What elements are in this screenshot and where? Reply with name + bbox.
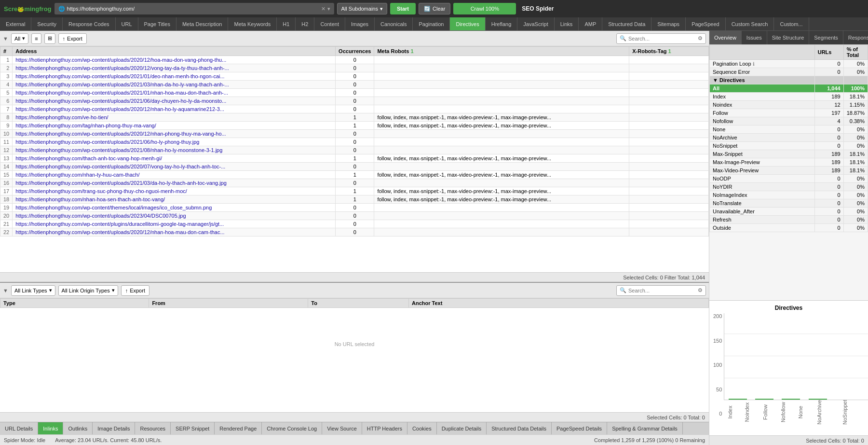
- bottom-export-button[interactable]: ↑ Export: [121, 285, 149, 296]
- nav-tab-pagination[interactable]: Pagination: [413, 17, 450, 30]
- overview-row[interactable]: Noindex 12 1.15%: [710, 101, 868, 109]
- table-row[interactable]: 16 https://hotienphongthuy.com/wp-conten…: [0, 179, 709, 187]
- overview-row[interactable]: NoSnippet 0 0%: [710, 142, 868, 150]
- overview-row[interactable]: NoYDIR 0 0%: [710, 183, 868, 191]
- table-row[interactable]: 12 https://hotienphongthuy.com/wp-conten…: [0, 146, 709, 154]
- footer-tab-cookies[interactable]: Cookies: [407, 422, 437, 434]
- view-list-icon[interactable]: ≡: [31, 33, 41, 44]
- footer-tab-structured-data-details[interactable]: Structured Data Details: [487, 422, 552, 434]
- nav-tab-external[interactable]: External: [0, 17, 31, 30]
- nav-tab-links[interactable]: Links: [555, 17, 579, 30]
- table-row[interactable]: 4 https://hotienphongthuy.com/wp-content…: [0, 81, 709, 89]
- clear-button[interactable]: 🔄 Clear: [419, 3, 450, 14]
- table-row[interactable]: 17 https://hotienphongthuy.com/trang-suc…: [0, 187, 709, 195]
- table-row[interactable]: 22 https://hotienphongthuy.com/wp-conten…: [0, 228, 709, 236]
- link-types-dropdown[interactable]: All Link Types ▾: [11, 285, 55, 296]
- nav-tab-javascript[interactable]: JavaScript: [517, 17, 554, 30]
- overview-row[interactable]: Max-Image-Preview 189 18.1%: [710, 158, 868, 167]
- nav-tab-custom...[interactable]: Custom...: [774, 17, 809, 30]
- nav-tab-custom-search[interactable]: Custom Search: [726, 17, 774, 30]
- footer-tab-duplicate-details[interactable]: Duplicate Details: [437, 422, 487, 434]
- overview-row[interactable]: NoImageIndex 0 0%: [710, 191, 868, 199]
- nav-tab-url[interactable]: URL: [116, 17, 138, 30]
- nav-tab-meta-description[interactable]: Meta Description: [176, 17, 229, 30]
- overview-row[interactable]: Sequence Error 0 0%: [710, 68, 868, 76]
- footer-tab-pagespeed-details[interactable]: PageSpeed Details: [552, 422, 607, 434]
- table-row[interactable]: 3 https://hotienphongthuy.com/wp-content…: [0, 72, 709, 81]
- overview-row[interactable]: Unavailable_After 0 0%: [710, 208, 868, 216]
- overview-row[interactable]: Refresh 0 0%: [710, 216, 868, 224]
- nav-tab-structured-data[interactable]: Structured Data: [602, 17, 651, 30]
- overview-row[interactable]: None 0 0%: [710, 125, 868, 134]
- table-row[interactable]: 20 https://hotienphongthuy.com/wp-conten…: [0, 212, 709, 220]
- overview-row[interactable]: NoArchive 0 0%: [710, 134, 868, 142]
- nav-tab-meta-keywords[interactable]: Meta Keywords: [228, 17, 277, 30]
- stop-icon[interactable]: ✕: [321, 6, 326, 12]
- right-tab-segments[interactable]: Segments: [809, 31, 843, 44]
- table-row[interactable]: 11 https://hotienphongthuy.com/wp-conten…: [0, 138, 709, 146]
- all-subdomains-button[interactable]: All Subdomains ▾: [337, 3, 387, 14]
- overview-row[interactable]: Max-Video-Preview 189 18.1%: [710, 167, 868, 175]
- filter-dropdown[interactable]: All ▾: [11, 33, 28, 44]
- footer-tab-rendered-page[interactable]: Rendered Page: [215, 422, 262, 434]
- table-row[interactable]: 2 https://hotienphongthuy.com/wp-content…: [0, 64, 709, 72]
- footer-tab-image-details[interactable]: Image Details: [93, 422, 135, 434]
- nav-tab-canonicals[interactable]: Canonicals: [375, 17, 413, 30]
- view-grid-icon[interactable]: ⊞: [44, 33, 55, 44]
- footer-tab-inlinks[interactable]: Inlinks: [38, 422, 63, 434]
- nav-tab-pagespeed[interactable]: PageSpeed: [686, 17, 726, 30]
- crawl-progress-button[interactable]: Crawl 100%: [453, 3, 516, 14]
- start-button[interactable]: Start: [390, 3, 416, 14]
- nav-tab-directives[interactable]: Directives: [450, 17, 485, 30]
- nav-tab-images[interactable]: Images: [345, 17, 375, 30]
- table-row[interactable]: 7 https://hotienphongthuy.com/wp-content…: [0, 105, 709, 113]
- table-row[interactable]: 10 https://hotienphongthuy.com/wp-conten…: [0, 130, 709, 138]
- table-row[interactable]: 21 https://hotienphongthuy.com/wp-conten…: [0, 220, 709, 228]
- overview-row[interactable]: Nofollow 4 0.38%: [710, 117, 868, 125]
- nav-tab-response-codes[interactable]: Response Codes: [63, 17, 115, 30]
- right-tab-overview[interactable]: Overview: [709, 31, 742, 44]
- nav-tab-hreflang[interactable]: Hreflang: [486, 17, 518, 30]
- right-tab-response-times[interactable]: Response Times: [843, 31, 868, 44]
- filter-options-icon[interactable]: ⚙: [698, 35, 703, 42]
- search-input[interactable]: [628, 36, 696, 42]
- overview-row[interactable]: NoODP 0 0%: [710, 175, 868, 183]
- footer-tab-http-headers[interactable]: HTTP Headers: [362, 422, 407, 434]
- table-row[interactable]: 1 https://hotienphongthuy.com/wp-content…: [0, 56, 709, 64]
- table-row[interactable]: 5 https://hotienphongthuy.com/wp-content…: [0, 89, 709, 97]
- footer-tab-url-details[interactable]: URL Details: [0, 422, 38, 434]
- footer-tab-resources[interactable]: Resources: [135, 422, 171, 434]
- overview-row[interactable]: Follow 197 18.87%: [710, 109, 868, 117]
- table-row[interactable]: 18 https://hotienphongthuy.com/nhan-hoa-…: [0, 195, 709, 204]
- table-row[interactable]: 8 https://hotienphongthuy.com/ve-ho-tien…: [0, 113, 709, 122]
- footer-tab-serp-snippet[interactable]: SERP Snippet: [171, 422, 215, 434]
- table-row[interactable]: 15 https://hotienphongthuy.com/nhan-ty-h…: [0, 171, 709, 179]
- table-row[interactable]: 6 https://hotienphongthuy.com/wp-content…: [0, 97, 709, 105]
- nav-tab-content[interactable]: Content: [314, 17, 345, 30]
- overview-row[interactable]: All 1,044 100%: [710, 84, 868, 93]
- nav-tab-amp[interactable]: AMP: [579, 17, 602, 30]
- table-row[interactable]: 13 https://hotienphongthuy.com/thach-anh…: [0, 154, 709, 163]
- origin-types-dropdown[interactable]: All Link Origin Types ▾: [58, 285, 118, 296]
- overview-row[interactable]: Max-Snippet 189 18.1%: [710, 150, 868, 158]
- right-tab-site-structure[interactable]: Site Structure: [767, 31, 810, 44]
- bottom-search-input[interactable]: [628, 288, 696, 293]
- footer-tab-chrome-console-log[interactable]: Chrome Console Log: [262, 422, 322, 434]
- table-row[interactable]: 19 https://hotienphongthuy.com/wp-conten…: [0, 204, 709, 212]
- footer-tab-view-source[interactable]: View Source: [322, 422, 362, 434]
- nav-tab-sitemaps[interactable]: Sitemaps: [651, 17, 686, 30]
- url-input[interactable]: [67, 6, 319, 12]
- footer-tab-spelling-&-grammar-details[interactable]: Spelling & Grammar Details: [607, 422, 683, 434]
- nav-tab-page-titles[interactable]: Page Titles: [138, 17, 176, 30]
- nav-tab-h1[interactable]: H1: [277, 17, 296, 30]
- table-row[interactable]: 9 https://hotienphongthuy.com/tag/nhan-p…: [0, 122, 709, 130]
- table-row[interactable]: 14 https://hotienphongthuy.com/wp-conten…: [0, 163, 709, 171]
- right-tab-issues[interactable]: Issues: [742, 31, 767, 44]
- nav-tab-security[interactable]: Security: [31, 17, 63, 30]
- export-button[interactable]: ↑ Export: [58, 33, 87, 44]
- bottom-filter-options-icon[interactable]: ⚙: [698, 287, 703, 293]
- overview-row[interactable]: Outside 0 0%: [710, 224, 868, 232]
- dropdown-icon[interactable]: ▾: [327, 6, 330, 12]
- overview-row[interactable]: Index 189 18.1%: [710, 93, 868, 101]
- nav-tab-h2[interactable]: H2: [296, 17, 314, 30]
